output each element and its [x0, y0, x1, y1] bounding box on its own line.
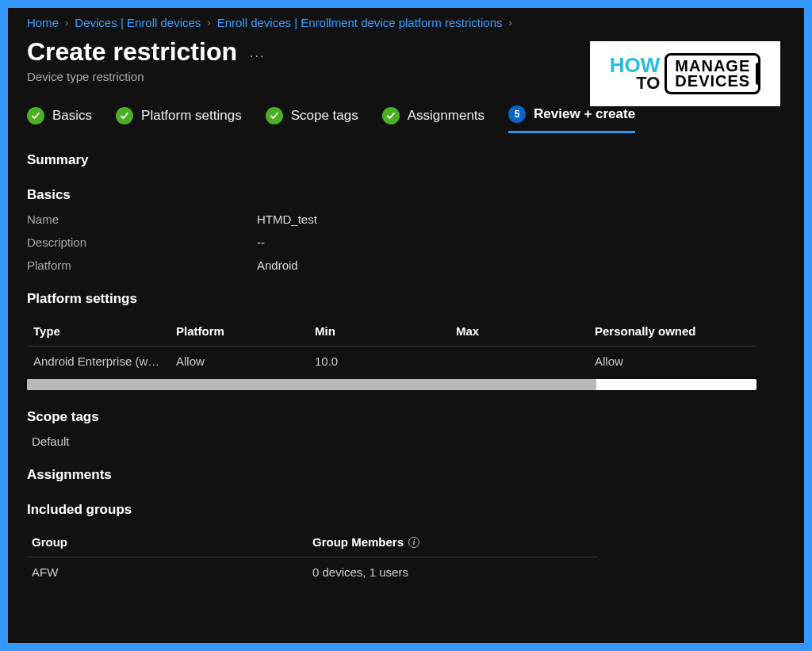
breadcrumb-enrollment-restrictions[interactable]: Enroll devices | Enrollment device platf… — [217, 16, 503, 29]
label-platform: Platform — [27, 258, 257, 272]
value-platform: Android — [257, 258, 785, 272]
logo-text-to: TO — [636, 75, 660, 91]
logo-text-devices: DEVICES — [675, 74, 750, 89]
value-description: -- — [257, 236, 785, 249]
scope-tag-value: Default — [32, 435, 785, 448]
check-icon — [382, 107, 400, 124]
cell-max — [456, 354, 595, 368]
tab-label: Platform settings — [141, 108, 242, 124]
tab-label: Scope tags — [291, 108, 358, 124]
app-shell: Home › Devices | Enroll devices › Enroll… — [8, 8, 804, 643]
col-group-members: Group Members i — [312, 535, 593, 549]
assignments-heading: Assignments — [27, 467, 785, 483]
check-icon — [266, 107, 283, 124]
cell-group-members: 0 devices, 1 users — [312, 565, 593, 579]
tab-scope-tags[interactable]: Scope tags — [266, 107, 358, 132]
step-number-badge: 5 — [508, 105, 526, 123]
col-min: Min — [315, 324, 456, 338]
breadcrumb-home[interactable]: Home — [27, 16, 59, 29]
basics-list: Name HTMD_test Description -- Platform A… — [27, 213, 785, 272]
included-groups-table: Group Group Members i AFW 0 devices, 1 u… — [27, 527, 598, 587]
info-icon[interactable]: i — [408, 537, 419, 548]
platform-settings-heading: Platform settings — [27, 291, 785, 307]
wizard-tabs: Basics Platform settings Scope tags Assi… — [27, 105, 785, 133]
page-title: Create restriction — [27, 37, 237, 67]
table-row: AFW 0 devices, 1 users — [27, 557, 598, 587]
tab-label: Basics — [52, 108, 92, 124]
cell-min: 10.0 — [315, 354, 456, 368]
check-icon — [27, 107, 44, 124]
scope-tags-heading: Scope tags — [27, 409, 785, 425]
check-icon — [116, 107, 133, 124]
platform-settings-table: Type Platform Min Max Personally owned A… — [27, 316, 756, 390]
tab-assignments[interactable]: Assignments — [382, 107, 485, 132]
chevron-right-icon: › — [509, 17, 512, 29]
col-max: Max — [456, 324, 595, 338]
col-group: Group — [32, 535, 312, 549]
tab-review-create[interactable]: 5 Review + create — [508, 105, 635, 133]
tab-basics[interactable]: Basics — [27, 107, 92, 132]
chevron-right-icon: › — [207, 17, 210, 29]
included-groups-heading: Included groups — [27, 502, 785, 518]
horizontal-scrollbar[interactable] — [27, 379, 756, 390]
chevron-right-icon: › — [65, 17, 68, 29]
col-type: Type — [33, 324, 176, 338]
table-header-row: Type Platform Min Max Personally owned — [27, 316, 756, 347]
table-row: Android Enterprise (w… Allow 10.0 Allow — [27, 347, 756, 376]
basics-heading: Basics — [27, 187, 785, 203]
label-name: Name — [27, 213, 257, 226]
col-personally-owned: Personally owned — [595, 324, 737, 338]
breadcrumb: Home › Devices | Enroll devices › Enroll… — [27, 16, 785, 29]
summary-heading: Summary — [27, 152, 785, 168]
cell-personally-owned: Allow — [595, 354, 737, 368]
tab-label: Review + create — [534, 106, 635, 122]
value-name: HTMD_test — [257, 213, 785, 226]
col-platform: Platform — [176, 324, 315, 338]
breadcrumb-devices[interactable]: Devices | Enroll devices — [75, 16, 201, 29]
label-description: Description — [27, 236, 257, 249]
cell-platform: Allow — [176, 354, 315, 368]
table-header-row: Group Group Members i — [27, 527, 598, 557]
more-actions-button[interactable]: ··· — [250, 49, 265, 63]
tab-label: Assignments — [408, 108, 485, 124]
cell-type: Android Enterprise (w… — [33, 354, 176, 368]
cell-group: AFW — [32, 565, 312, 579]
brand-logo: HOW TO MANAGE DEVICES — [590, 41, 780, 106]
tab-platform-settings[interactable]: Platform settings — [116, 107, 242, 132]
logo-device-frame: MANAGE DEVICES — [665, 53, 760, 94]
scrollbar-thumb[interactable] — [27, 379, 596, 390]
col-group-members-label: Group Members — [312, 535, 404, 549]
